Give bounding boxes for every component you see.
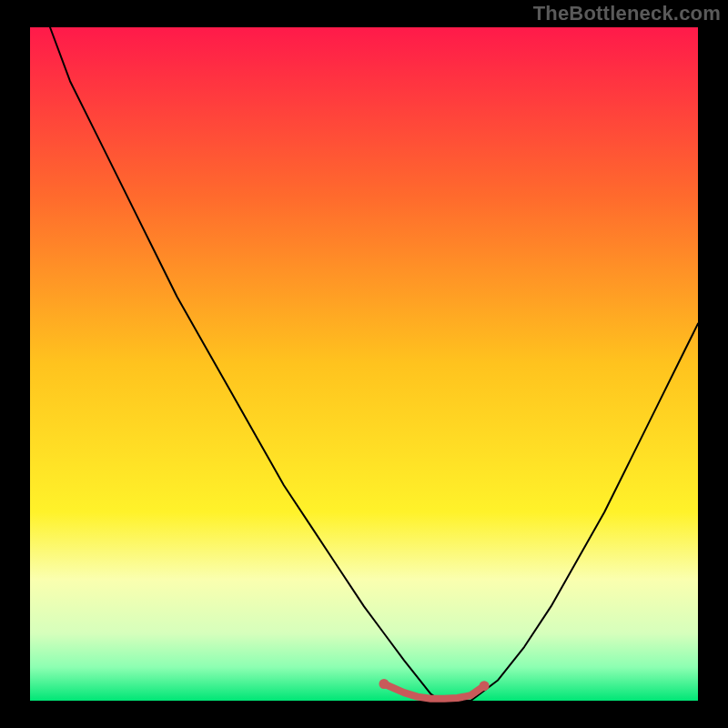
watermark-label: TheBottleneck.com bbox=[533, 2, 721, 25]
bottleneck-chart bbox=[0, 0, 728, 728]
chart-container: TheBottleneck.com bbox=[0, 0, 728, 728]
valley-marker-dot bbox=[379, 679, 389, 689]
plot-background bbox=[30, 27, 698, 701]
valley-marker-dot bbox=[480, 681, 490, 691]
